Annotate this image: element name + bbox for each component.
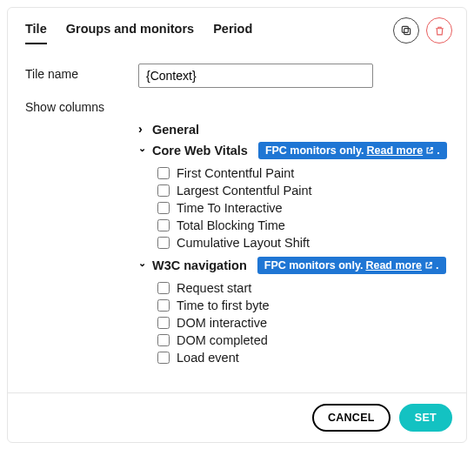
svg-rect-1 <box>402 26 408 32</box>
section-w3c-title: W3C navigation <box>152 258 247 272</box>
item-label: Time to first byte <box>177 298 270 312</box>
list-item: Request start <box>157 279 449 297</box>
tabs: Tile Groups and monitors Period <box>25 17 252 44</box>
list-item: DOM interactive <box>157 314 449 332</box>
checkbox-lcp[interactable] <box>157 184 170 197</box>
tab-groups-monitors[interactable]: Groups and monitors <box>66 17 194 44</box>
footer: CANCEL SET <box>8 392 466 442</box>
checkbox-dom-interactive[interactable] <box>157 317 170 329</box>
list-item: First Contentful Paint <box>157 164 449 182</box>
copy-button[interactable] <box>393 17 419 44</box>
header: Tile Groups and monitors Period <box>8 8 466 44</box>
label-tile-name: Tile name <box>25 64 138 81</box>
label-show-columns: Show columns <box>25 97 138 114</box>
tab-period[interactable]: Period <box>213 17 252 44</box>
item-label: DOM completed <box>177 333 268 347</box>
chevron-right-icon <box>138 123 147 137</box>
list-item: Time to first byte <box>157 297 449 314</box>
tile-name-input[interactable] <box>138 64 373 88</box>
list-item: Largest Contentful Paint <box>157 182 449 199</box>
checkbox-ttfb[interactable] <box>157 299 170 312</box>
cwv-list: First Contentful Paint Largest Contentfu… <box>157 164 449 251</box>
list-item: Cumulative Layout Shift <box>157 234 449 251</box>
checkbox-dom-completed[interactable] <box>157 334 170 346</box>
w3c-badge: FPC monitors only. Read more . <box>257 257 446 274</box>
item-label: Request start <box>177 281 251 295</box>
checkbox-cls[interactable] <box>157 237 170 249</box>
cancel-button[interactable]: CANCEL <box>312 404 391 432</box>
body: Tile name Show columns General Core Web … <box>8 44 466 392</box>
svg-rect-0 <box>404 29 411 35</box>
checkbox-request-start[interactable] <box>157 282 170 294</box>
cwv-read-more-link[interactable]: Read more <box>367 144 424 157</box>
copy-icon <box>400 24 412 37</box>
row-show-columns: Show columns <box>25 97 449 114</box>
columns-area: General Core Web Vitals FPC monitors onl… <box>138 123 449 366</box>
external-link-icon <box>424 261 433 270</box>
list-item: Total Blocking Time <box>157 217 449 234</box>
set-button[interactable]: SET <box>399 404 452 432</box>
item-label: Cumulative Layout Shift <box>177 236 310 250</box>
list-item: Load event <box>157 349 449 366</box>
list-item: Time To Interactive <box>157 199 449 217</box>
section-cwv-title: Core Web Vitals <box>152 144 248 158</box>
section-general-header[interactable]: General <box>138 123 449 137</box>
chevron-down-icon <box>138 260 147 272</box>
checkbox-tbt[interactable] <box>157 219 170 231</box>
cwv-badge: FPC monitors only. Read more . <box>258 142 447 159</box>
checkbox-tti[interactable] <box>157 202 170 214</box>
section-cwv-header[interactable]: Core Web Vitals FPC monitors only. Read … <box>138 142 449 159</box>
checkbox-fcp[interactable] <box>157 167 170 179</box>
section-w3c-header[interactable]: W3C navigation FPC monitors only. Read m… <box>138 257 449 274</box>
checkbox-load-event[interactable] <box>157 352 170 364</box>
item-label: Load event <box>177 351 239 365</box>
chevron-down-icon <box>138 145 147 157</box>
item-label: First Contentful Paint <box>177 166 294 180</box>
item-label: Total Blocking Time <box>177 218 285 232</box>
trash-icon <box>434 25 445 37</box>
w3c-read-more-link[interactable]: Read more <box>365 259 422 272</box>
external-link-icon <box>425 146 434 155</box>
w3c-badge-prefix: FPC monitors only. <box>264 259 364 272</box>
delete-button[interactable] <box>426 17 452 44</box>
row-tile-name: Tile name <box>25 64 449 88</box>
cwv-badge-prefix: FPC monitors only. <box>265 144 364 157</box>
w3c-list: Request start Time to first byte DOM int… <box>157 279 449 366</box>
item-label: Largest Contentful Paint <box>177 184 312 198</box>
item-label: Time To Interactive <box>177 201 283 215</box>
tab-tile[interactable]: Tile <box>25 17 47 44</box>
item-label: DOM interactive <box>177 316 267 330</box>
header-actions <box>393 17 452 44</box>
list-item: DOM completed <box>157 332 449 349</box>
tile-settings-panel: Tile Groups and monitors Period <box>7 7 467 443</box>
section-general-title: General <box>152 123 199 137</box>
